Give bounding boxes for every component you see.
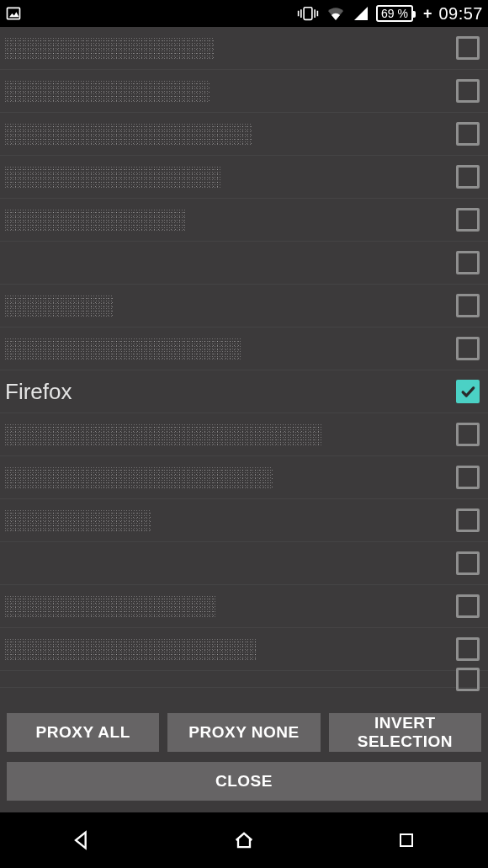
app-row[interactable]: Firefox [0, 370, 488, 413]
redacted-label [3, 595, 215, 617]
app-checkbox[interactable] [456, 337, 480, 360]
app-row[interactable] [0, 456, 488, 499]
redacted-label [3, 466, 273, 488]
close-button[interactable]: CLOSE [7, 762, 481, 801]
app-label [3, 285, 456, 327]
redacted-label [3, 123, 252, 145]
app-row[interactable] [0, 285, 488, 327]
app-label [3, 671, 456, 687]
redacted-label [3, 37, 214, 59]
redacted-label [3, 423, 321, 445]
app-checkbox[interactable] [456, 251, 480, 274]
battery-text: 69 % [381, 7, 408, 20]
app-label [3, 628, 456, 670]
notification-image-icon [5, 5, 22, 22]
app-label [3, 199, 456, 241]
signal-icon [353, 5, 369, 22]
svg-rect-5 [400, 834, 412, 846]
app-row[interactable] [0, 628, 488, 671]
app-checkbox[interactable] [456, 165, 480, 189]
app-checkbox[interactable] [456, 423, 480, 446]
stamina-plus-icon: + [423, 5, 432, 23]
vibrate-icon [297, 5, 319, 22]
app-label-text: Firefox [3, 379, 72, 405]
wifi-icon [326, 5, 346, 22]
home-button[interactable] [214, 820, 274, 860]
app-label [3, 542, 456, 584]
app-row[interactable] [0, 542, 488, 585]
app-label [3, 413, 456, 455]
app-checkbox[interactable] [456, 551, 480, 575]
svg-marker-4 [76, 833, 86, 849]
app-row[interactable] [0, 242, 488, 285]
app-label [3, 585, 456, 627]
app-checkbox[interactable] [456, 668, 480, 691]
proxy-none-button[interactable]: PROXY NONE [167, 713, 320, 752]
app-checkbox[interactable] [456, 594, 480, 618]
redacted-label [3, 338, 241, 359]
svg-marker-1 [9, 12, 19, 17]
app-label [3, 327, 456, 370]
app-row[interactable] [0, 113, 488, 156]
invert-selection-button[interactable]: INVERT SELECTION [329, 713, 481, 752]
app-row[interactable] [0, 199, 488, 242]
app-checkbox[interactable] [456, 79, 480, 103]
app-row[interactable] [0, 585, 488, 628]
app-row[interactable] [0, 70, 488, 113]
clock: 09:57 [438, 4, 483, 24]
app-checkbox[interactable] [456, 509, 480, 532]
app-checkbox[interactable] [456, 637, 480, 661]
app-row[interactable] [0, 327, 488, 370]
svg-rect-0 [8, 8, 20, 19]
status-bar: 69 % + 09:57 [0, 0, 488, 27]
app-checkbox[interactable] [456, 208, 480, 232]
app-label [3, 27, 456, 69]
app-label [3, 156, 456, 198]
app-checkbox[interactable] [456, 294, 480, 317]
app-list[interactable]: Firefox [0, 27, 488, 705]
app-row[interactable] [0, 499, 488, 542]
redacted-label [3, 295, 113, 317]
app-checkbox[interactable] [456, 36, 480, 60]
redacted-label [3, 80, 210, 102]
battery-indicator: 69 % [376, 5, 413, 22]
app-row[interactable] [0, 156, 488, 199]
redacted-label [3, 166, 220, 188]
app-label: Firefox [3, 370, 456, 413]
button-bar: PROXY ALL PROXY NONE INVERT SELECTION CL… [0, 705, 488, 812]
app-label [3, 499, 456, 541]
system-nav-bar [0, 812, 488, 868]
app-label [3, 242, 456, 284]
app-checkbox[interactable] [456, 380, 480, 403]
redacted-label [3, 638, 256, 660]
app-label [3, 113, 456, 155]
app-row[interactable] [0, 671, 488, 688]
back-button[interactable] [51, 820, 112, 860]
redacted-label [3, 509, 151, 531]
app-row[interactable] [0, 413, 488, 456]
app-checkbox[interactable] [456, 466, 480, 489]
app-checkbox[interactable] [456, 122, 480, 146]
svg-rect-2 [304, 8, 312, 20]
svg-marker-3 [354, 7, 368, 20]
app-label [3, 456, 456, 498]
app-row[interactable] [0, 27, 488, 70]
proxy-all-button[interactable]: PROXY ALL [7, 713, 159, 752]
recents-button[interactable] [376, 820, 437, 860]
redacted-label [3, 209, 187, 231]
app-label [3, 70, 456, 112]
